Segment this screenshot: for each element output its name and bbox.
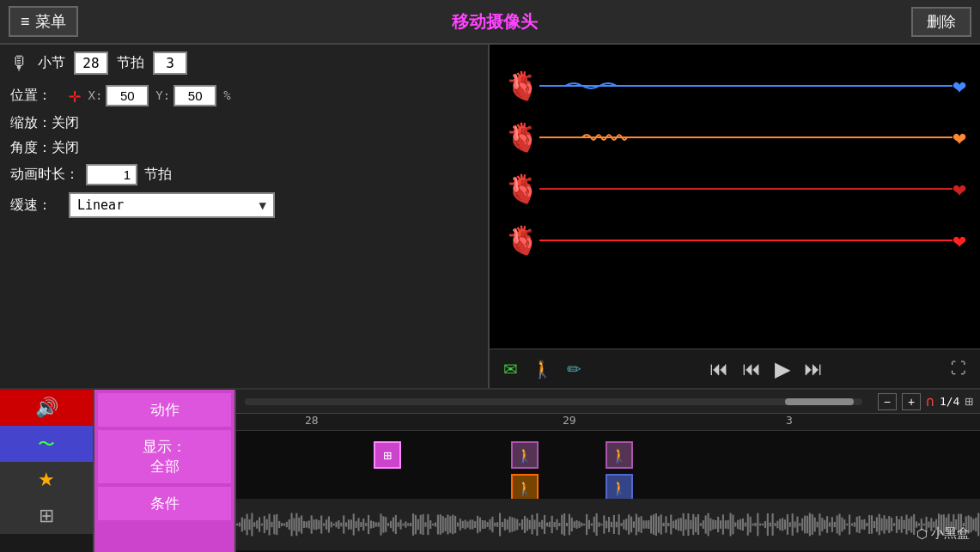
zoom-in-button[interactable]: + [902,393,921,410]
svg-rect-195 [707,513,709,537]
svg-rect-190 [695,517,697,532]
easing-dropdown[interactable]: Linear ▼ [69,192,275,218]
back-button[interactable]: ⏮ [739,355,764,384]
svg-rect-258 [863,519,865,530]
bar-value[interactable]: 28 [74,52,108,75]
svg-rect-49 [345,522,347,526]
top-bar: ≡ 菜单 移动摄像头 删除 [0,0,980,45]
svg-rect-12 [253,522,255,526]
svg-rect-108 [491,517,493,532]
controls-bar: ✉ 🚶 ✏ ⏮ ⏮ ▶ ⏭ ⛶ [490,349,980,388]
delete-button[interactable]: 删除 [911,7,971,37]
forward-button[interactable]: ⏭ [800,355,826,384]
timeline-tracks: − + ∩ 1/4 ⊞ 28 29 3 ⊞ 🚶 🚶 🚶 🚶 [236,390,980,552]
edit-button[interactable]: ✏ [563,355,585,383]
svg-rect-125 [533,519,535,529]
scrollbar[interactable] [245,398,862,405]
star-sidebar-button[interactable]: ★ [0,462,93,498]
svg-rect-16 [264,516,265,533]
play-button[interactable]: ▶ [771,354,794,385]
zoom-out-button[interactable]: − [878,393,897,410]
event-block-4[interactable]: 🚶 [606,474,633,501]
svg-rect-127 [539,522,540,527]
y-input[interactable] [173,85,216,106]
menu-button[interactable]: ≡ 菜单 [9,6,78,37]
svg-rect-55 [360,522,362,527]
svg-rect-240 [819,513,820,536]
expand-button[interactable]: ⛶ [947,356,970,381]
svg-rect-32 [303,521,305,528]
svg-rect-275 [905,515,907,535]
track1-end-icon: ❤ [953,73,966,99]
svg-rect-197 [712,519,714,530]
svg-rect-113 [504,519,506,531]
condition-button[interactable]: 条件 [98,487,231,520]
svg-rect-118 [516,519,518,531]
svg-rect-251 [846,524,848,525]
svg-rect-103 [479,518,481,532]
duration-input[interactable] [86,164,137,185]
svg-rect-278 [913,514,915,535]
menu-label: 菜单 [35,11,66,32]
svg-rect-224 [779,519,781,530]
svg-rect-92 [452,515,453,535]
svg-rect-112 [502,522,503,527]
action-button[interactable]: 动作 [98,393,231,427]
wave-sidebar-button[interactable]: 〜 [0,426,93,462]
svg-rect-151 [598,522,600,526]
svg-rect-120 [521,519,523,530]
svg-rect-45 [335,522,337,528]
svg-rect-36 [313,519,314,530]
event-block-2[interactable]: 🚶 [511,441,539,469]
email-button[interactable]: ✉ [500,355,521,383]
svg-rect-257 [861,519,862,529]
svg-rect-222 [774,523,776,526]
main-area: 🎙 小节 28 节拍 3 位置： ✛ X: Y: % 缩放：关闭 角度 [0,45,980,388]
right-panel: 🫀 ❤ 🫀 ❤ 🫀 [490,45,980,388]
svg-rect-109 [494,523,496,527]
svg-rect-150 [596,513,598,536]
scrollbar-thumb[interactable] [785,398,854,405]
track3-start-icon: 🫀 [505,173,539,205]
svg-rect-9 [247,514,248,536]
event-block-5[interactable]: 🚶 [511,474,539,501]
svg-rect-116 [511,517,513,531]
dropdown-arrow-icon: ▼ [259,198,266,212]
x-input[interactable] [106,85,149,106]
beat-28: 28 [305,414,319,427]
beat-value[interactable]: 3 [153,52,187,75]
audio-sidebar-button[interactable]: 🔊 [0,390,93,426]
filter-icon[interactable]: ⊞ [965,393,973,409]
svg-rect-31 [301,515,302,533]
svg-rect-199 [717,517,719,532]
svg-rect-265 [881,519,883,531]
svg-rect-102 [477,516,478,533]
svg-rect-191 [697,514,699,535]
track2-end-icon: ❤ [953,124,966,150]
skip-back-button[interactable]: ⏮ [706,355,732,384]
track2-start-icon: 🫀 [505,121,539,154]
svg-rect-200 [720,520,721,529]
timeline-controls: − + ∩ 1/4 ⊞ [871,393,980,410]
svg-rect-212 [750,517,752,532]
svg-rect-83 [429,520,431,529]
person-button[interactable]: 🚶 [528,355,557,383]
event-block-1[interactable]: ⊞ [374,441,401,469]
svg-rect-39 [320,516,322,534]
svg-rect-70 [398,522,399,526]
svg-rect-239 [816,522,818,528]
svg-rect-247 [837,516,838,534]
hamburger-icon: ≡ [21,13,30,31]
svg-rect-155 [608,517,610,532]
grid-sidebar-button[interactable]: ⊞ [0,498,93,534]
svg-rect-252 [849,514,850,534]
svg-rect-156 [611,522,612,527]
event-block-3[interactable]: 🚶 [606,441,633,469]
svg-rect-99 [469,519,471,529]
svg-rect-22 [278,521,280,528]
svg-rect-161 [623,519,624,529]
svg-rect-157 [613,515,615,534]
svg-rect-225 [782,519,783,531]
svg-rect-28 [293,519,295,531]
show-all-button[interactable]: 显示：全部 [98,430,231,483]
